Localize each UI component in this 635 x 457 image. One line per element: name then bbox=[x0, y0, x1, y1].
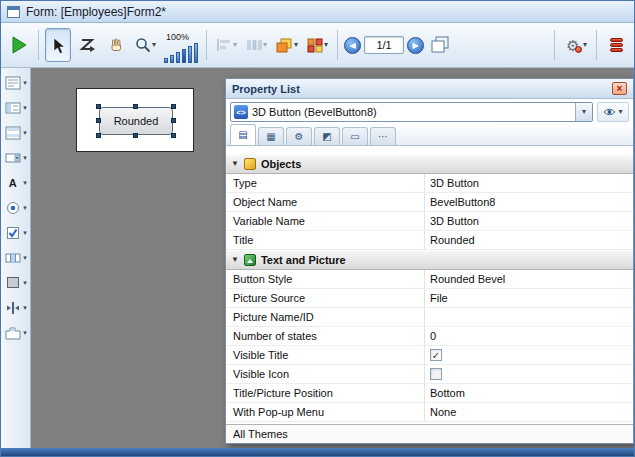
property-value[interactable]: None bbox=[424, 403, 633, 421]
tool-text-area[interactable]: ▾ bbox=[4, 75, 27, 90]
tool-list-box[interactable]: ▾ bbox=[4, 125, 27, 140]
tab-more[interactable]: ⋯ bbox=[370, 127, 396, 145]
object-selector-dropdown[interactable]: <> 3D Button (BevelButton8) ▾ bbox=[230, 102, 593, 122]
property-row-picture-name-id: Picture Name/ID bbox=[226, 308, 633, 327]
distribute-icon bbox=[246, 38, 262, 52]
selection-handle[interactable] bbox=[133, 104, 138, 109]
property-row-visible-title: Visible Title ✓ bbox=[226, 346, 633, 365]
property-value[interactable]: Rounded bbox=[424, 231, 633, 249]
property-list-window: Property List × <> 3D Button (BevelButto… bbox=[225, 78, 634, 444]
entry-order-tool-button[interactable] bbox=[74, 28, 100, 62]
selected-object[interactable]: Rounded bbox=[99, 107, 173, 135]
selection-handle[interactable] bbox=[171, 118, 176, 123]
tool-checkbox[interactable]: ▾ bbox=[4, 225, 27, 240]
property-value[interactable]: 3D Button bbox=[424, 174, 633, 192]
property-name: Number of states bbox=[226, 327, 424, 345]
visible-title-checkbox[interactable]: ✓ bbox=[430, 349, 442, 361]
collapse-triangle-icon[interactable]: ▼ bbox=[231, 256, 239, 264]
select-tool-button[interactable] bbox=[45, 28, 71, 62]
themes-footer[interactable]: All Themes bbox=[226, 424, 633, 443]
settings-button[interactable]: ⚙ ▾ bbox=[561, 28, 590, 62]
tab-properties[interactable]: ▤ bbox=[230, 124, 256, 145]
tool-radio-button[interactable]: ▾ bbox=[4, 200, 27, 215]
chevron-down-icon: ▾ bbox=[233, 41, 237, 49]
database-icon bbox=[610, 38, 623, 52]
close-icon[interactable]: × bbox=[612, 82, 627, 95]
cursor-icon bbox=[49, 36, 67, 55]
rounded-bevel-button[interactable]: Rounded bbox=[99, 107, 173, 135]
eye-icon bbox=[603, 106, 616, 118]
property-value[interactable]: BevelButton8 bbox=[424, 193, 633, 211]
property-value[interactable]: Rounded Bevel bbox=[424, 270, 633, 288]
toolbar-separator bbox=[206, 30, 207, 60]
chevron-down-icon[interactable]: ▾ bbox=[23, 229, 27, 236]
execute-form-button[interactable] bbox=[6, 28, 32, 62]
form-page[interactable]: Rounded bbox=[76, 88, 194, 152]
zoom-scale-control[interactable]: 100% bbox=[162, 26, 200, 64]
tool-rectangle[interactable]: ▾ bbox=[4, 275, 27, 290]
zoom-tool-button[interactable]: ▾ bbox=[132, 28, 159, 62]
chevron-down-icon: ▾ bbox=[583, 41, 587, 49]
tool-static-text[interactable]: A ▾ bbox=[4, 175, 27, 190]
selection-handle[interactable] bbox=[96, 104, 101, 109]
chevron-down-icon[interactable]: ▾ bbox=[23, 104, 27, 111]
property-row-title: Title Rounded bbox=[226, 231, 633, 250]
chevron-down-icon[interactable]: ▾ bbox=[23, 279, 27, 286]
selection-handle[interactable] bbox=[171, 104, 176, 109]
form-editor-window: Form: [Employees]Form2* bbox=[0, 0, 635, 457]
next-page-button[interactable]: ▶ bbox=[407, 37, 424, 54]
chevron-down-icon[interactable]: ▾ bbox=[23, 154, 27, 161]
tab-coordinates[interactable]: ◩ bbox=[314, 127, 340, 145]
zoom-bars[interactable] bbox=[164, 43, 198, 63]
tool-button-grid[interactable]: ▾ bbox=[4, 250, 27, 265]
selection-handle[interactable] bbox=[171, 133, 176, 138]
collapse-triangle-icon[interactable]: ▼ bbox=[231, 160, 239, 168]
chevron-down-icon: ▾ bbox=[152, 41, 156, 49]
section-header-objects[interactable]: ▼ Objects bbox=[226, 154, 633, 174]
tool-combo-box[interactable]: ▾ bbox=[4, 150, 27, 165]
chevron-down-icon[interactable]: ▾ bbox=[23, 329, 27, 336]
property-value[interactable]: 3D Button bbox=[424, 212, 633, 230]
window-titlebar[interactable]: Form: [Employees]Form2* bbox=[1, 1, 634, 23]
tool-input-field[interactable]: ▾ bbox=[4, 100, 27, 115]
chevron-down-icon[interactable]: ▾ bbox=[23, 79, 27, 86]
group-tool-button[interactable]: ▾ bbox=[304, 28, 331, 62]
tab-display[interactable]: ▭ bbox=[342, 127, 368, 145]
section-header-text-and-picture[interactable]: ▼ Text and Picture bbox=[226, 250, 633, 270]
form-pages-button[interactable] bbox=[427, 28, 453, 62]
property-value[interactable]: Bottom bbox=[424, 384, 633, 402]
visible-icon-checkbox[interactable] bbox=[430, 368, 442, 380]
property-name: Visible Title bbox=[226, 346, 424, 364]
chevron-down-icon[interactable]: ▾ bbox=[23, 254, 27, 261]
form-canvas[interactable]: Rounded Property List × bbox=[31, 68, 634, 448]
property-row-type: Type 3D Button bbox=[226, 174, 633, 193]
selection-handle[interactable] bbox=[96, 118, 101, 123]
chevron-down-icon[interactable]: ▾ bbox=[23, 129, 27, 136]
property-list-titlebar[interactable]: Property List × bbox=[226, 79, 633, 99]
selection-handle[interactable] bbox=[96, 133, 101, 138]
property-name: With Pop-up Menu bbox=[226, 403, 424, 421]
property-value[interactable] bbox=[424, 308, 633, 326]
property-value[interactable]: 0 bbox=[424, 327, 633, 345]
combo-arrow-button[interactable]: ▾ bbox=[575, 103, 592, 121]
move-tool-button[interactable] bbox=[103, 28, 129, 62]
level-tool-button[interactable]: ▾ bbox=[273, 28, 301, 62]
hand-icon bbox=[108, 37, 124, 53]
property-name: Title bbox=[226, 231, 424, 249]
database-button[interactable] bbox=[603, 28, 629, 62]
chevron-down-icon[interactable]: ▾ bbox=[23, 179, 27, 186]
record-dot-icon bbox=[575, 46, 582, 53]
selection-handle[interactable] bbox=[133, 133, 138, 138]
align-tool-button[interactable]: ▾ bbox=[213, 28, 240, 62]
chevron-down-icon[interactable]: ▾ bbox=[23, 204, 27, 211]
tab-settings[interactable]: ⚙ bbox=[286, 127, 312, 145]
distribute-tool-button[interactable]: ▾ bbox=[243, 28, 270, 62]
property-value[interactable]: File bbox=[424, 289, 633, 307]
tool-tab-control[interactable]: ▾ bbox=[4, 325, 27, 340]
tool-splitter[interactable]: ▾ bbox=[4, 300, 27, 315]
input-field-icon bbox=[4, 100, 21, 115]
view-filter-button[interactable]: ▾ bbox=[597, 102, 629, 122]
chevron-down-icon[interactable]: ▾ bbox=[23, 304, 27, 311]
tab-appearance[interactable]: ▦ bbox=[258, 127, 284, 145]
previous-page-button[interactable]: ◀ bbox=[344, 37, 361, 54]
